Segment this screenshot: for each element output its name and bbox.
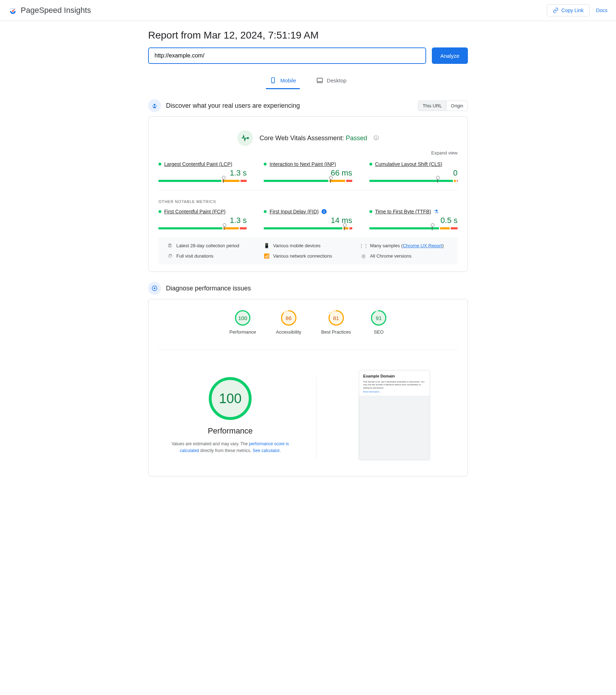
- performance-big-title: Performance: [208, 426, 253, 436]
- desktop-icon: [316, 77, 323, 84]
- score-label: Performance: [229, 329, 256, 335]
- distribution-bar: [158, 227, 247, 229]
- vertical-divider: [316, 377, 317, 460]
- performance-description: Values are estimated and may vary. The p…: [166, 441, 294, 454]
- score-label: Accessibility: [276, 329, 301, 335]
- score-best[interactable]: 81 Best Practices: [321, 310, 351, 335]
- meta-period: 🗓Latest 28-day collection period: [167, 243, 255, 248]
- link-icon: [553, 7, 559, 13]
- score-label: SEO: [374, 329, 383, 335]
- cwv-label: Core Web Vitals Assessment:: [259, 135, 345, 142]
- status-dot-icon: [158, 163, 161, 166]
- metric-value: 1.3 s: [158, 216, 247, 225]
- cwv-status: Passed: [346, 135, 367, 142]
- distribution-bar: [264, 180, 352, 182]
- status-dot-icon: [264, 163, 267, 166]
- brand-text: PageSpeed Insights: [21, 6, 91, 15]
- status-dot-icon: [369, 210, 372, 213]
- metric-inp[interactable]: Interaction to Next Paint (INP) 66 ms: [264, 161, 352, 182]
- preview-text: This domain is for use in illustrative e…: [363, 380, 425, 389]
- lighthouse-section-icon: [148, 282, 161, 295]
- meta-devices: 📱Various mobile devices: [264, 243, 352, 248]
- info-badge-icon[interactable]: i: [322, 209, 327, 214]
- score-performance[interactable]: 100 Performance: [229, 310, 256, 335]
- meta-versions: ◎All Chrome versions: [361, 253, 449, 259]
- users-icon: [151, 102, 158, 109]
- metric-fcp[interactable]: First Contentful Paint (FCP) 1.3 s: [158, 209, 247, 229]
- metric-value: 0: [369, 168, 458, 178]
- diagnose-icon: [151, 285, 158, 291]
- metric-value: 14 ms: [264, 216, 352, 225]
- status-dot-icon: [264, 210, 267, 213]
- crux-card: Core Web Vitals Assessment: Passed ⓘ Exp…: [148, 116, 468, 272]
- copy-link-button[interactable]: Copy Link: [547, 4, 590, 16]
- svg-point-6: [152, 105, 153, 106]
- metric-name: Time to First Byte (TTFB): [375, 209, 431, 214]
- crux-section-icon: [148, 99, 161, 112]
- pagespeed-logo-icon: [9, 6, 17, 15]
- url-input[interactable]: [148, 47, 426, 64]
- metric-name: First Input Delay (FID): [269, 209, 319, 214]
- score-seo[interactable]: 91 SEO: [371, 310, 387, 335]
- devices-icon: 📱: [264, 243, 269, 248]
- metric-cls[interactable]: Cumulative Layout Shift (CLS) 0: [369, 161, 458, 182]
- metric-value: 1.3 s: [158, 168, 247, 178]
- tab-desktop-label: Desktop: [327, 77, 347, 83]
- cwv-assessment: Core Web Vitals Assessment: Passed: [259, 135, 367, 142]
- distribution-bar: [369, 227, 458, 229]
- expand-view-link[interactable]: Expand view: [158, 150, 458, 156]
- flask-icon[interactable]: ⚗: [434, 209, 439, 214]
- report-title: Report from Mar 12, 2024, 7:51:19 AM: [148, 30, 468, 41]
- chrome-icon: ◎: [361, 253, 367, 259]
- calendar-icon: 🗓: [167, 243, 173, 248]
- meta-durations: ⏱Full visit durations: [167, 253, 255, 259]
- crux-section-title: Discover what your real users are experi…: [166, 102, 413, 110]
- status-dot-icon: [369, 163, 372, 166]
- preview-more-link: More information...: [363, 391, 425, 393]
- see-calculator-link[interactable]: See calculator.: [253, 448, 281, 453]
- distribution-bar: [369, 180, 458, 182]
- clock-icon: ⏱: [167, 253, 173, 259]
- metric-name: Interaction to Next Paint (INP): [269, 161, 336, 167]
- metric-name: Cumulative Layout Shift (CLS): [375, 161, 442, 167]
- status-dot-icon: [158, 210, 161, 213]
- copy-link-label: Copy Link: [561, 7, 584, 13]
- tab-mobile-label: Mobile: [280, 77, 296, 83]
- svg-point-10: [154, 288, 156, 289]
- toggle-origin[interactable]: Origin: [446, 101, 468, 111]
- metric-value: 0.5 s: [369, 216, 458, 225]
- analyze-button[interactable]: Analyze: [432, 47, 468, 64]
- device-tabs: Mobile Desktop: [148, 74, 468, 89]
- page-preview: Example Domain This domain is for use in…: [359, 370, 430, 460]
- info-icon[interactable]: ⓘ: [374, 135, 379, 141]
- metric-value: 66 ms: [264, 168, 352, 178]
- metric-name: First Contentful Paint (FCP): [164, 209, 226, 214]
- metric-name: Largest Contentful Paint (LCP): [164, 161, 232, 167]
- preview-title: Example Domain: [363, 374, 425, 378]
- brand[interactable]: PageSpeed Insights: [9, 6, 91, 15]
- cwv-pass-icon: [237, 130, 253, 146]
- crux-report-link[interactable]: Chrome UX Report: [403, 243, 442, 248]
- metric-ttfb[interactable]: Time to First Byte (TTFB) ⚗ 0.5 s: [369, 209, 458, 229]
- docs-link[interactable]: Docs: [596, 7, 607, 13]
- svg-rect-3: [317, 78, 322, 82]
- crux-meta: 🗓Latest 28-day collection period 📱Variou…: [158, 237, 458, 264]
- mobile-icon: [269, 77, 277, 84]
- svg-point-5: [154, 104, 156, 106]
- lighthouse-section-title: Diagnose performance issues: [166, 285, 468, 292]
- meta-networks: 📶Various network connections: [264, 253, 352, 259]
- tab-mobile[interactable]: Mobile: [266, 74, 299, 89]
- distribution-bar: [264, 227, 352, 229]
- top-bar: PageSpeed Insights Copy Link Docs: [0, 0, 616, 21]
- tab-desktop[interactable]: Desktop: [313, 74, 350, 89]
- performance-big-gauge: 100: [209, 377, 252, 420]
- metric-fid[interactable]: First Input Delay (FID) i 14 ms: [264, 209, 352, 229]
- lighthouse-card: 100 Performance 86 Accessibility 81 Best…: [148, 299, 468, 476]
- metric-lcp[interactable]: Largest Contentful Paint (LCP) 1.3 s: [158, 161, 247, 182]
- toggle-this-url[interactable]: This URL: [418, 101, 446, 111]
- svg-point-8: [247, 137, 248, 138]
- score-accessibility[interactable]: 86 Accessibility: [276, 310, 301, 335]
- distribution-bar: [158, 180, 247, 182]
- score-label: Best Practices: [321, 329, 351, 335]
- pulse-icon: [241, 133, 250, 143]
